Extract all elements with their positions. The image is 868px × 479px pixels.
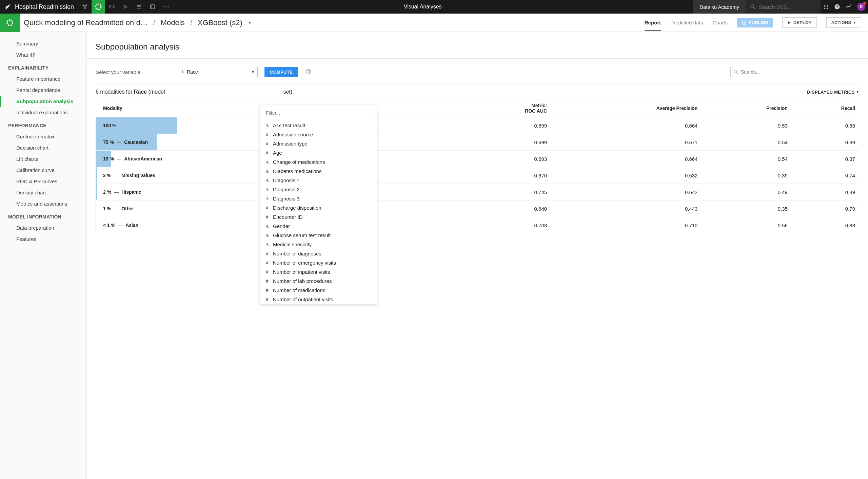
dropdown-option[interactable]: #Number of emergency visits	[260, 258, 377, 267]
sidebar-item-summary[interactable]: Summary	[0, 38, 86, 49]
crumb-1[interactable]: Quick modeling of Readmitted on d…	[24, 18, 148, 27]
dropdown-option[interactable]: AChange of medications	[260, 157, 377, 167]
dropdown-option[interactable]: AA1c test result	[260, 121, 377, 130]
svg-text:?: ?	[836, 5, 838, 9]
sidebar-item-individual-explanations[interactable]: Individual explanations	[0, 107, 86, 118]
activity-icon[interactable]	[846, 4, 852, 10]
crumb-2[interactable]: Models	[161, 18, 185, 27]
chevron-down-icon: ▼	[856, 90, 859, 94]
recipe-icon[interactable]	[92, 0, 105, 14]
sidebar-item-confusion[interactable]: Confusion matrix	[0, 131, 86, 142]
svg-point-2	[84, 8, 85, 9]
results-table: Modality Metric: ROC AUC Average Precisi…	[96, 99, 859, 233]
svg-point-13	[826, 6, 827, 7]
play-icon[interactable]	[119, 0, 132, 14]
academy-link[interactable]: Dataiku Academy	[693, 0, 746, 14]
compute-button[interactable]: COMPUTE	[264, 67, 298, 77]
dropdown-option[interactable]: AMedical specialty	[260, 240, 377, 249]
dropdown-option[interactable]: ADiagnosis 3	[260, 194, 377, 203]
global-search-input[interactable]	[759, 4, 810, 10]
dashboard-icon[interactable]	[146, 0, 159, 14]
deploy-button[interactable]: DEPLOY	[782, 17, 816, 28]
topbar: Hospital Readmission Visual Analyses Dat…	[0, 0, 868, 14]
svg-point-11	[827, 5, 828, 6]
sidebar: Summary What if? EXPLAINABILITY Feature …	[0, 32, 87, 479]
help-icon[interactable]: ?	[834, 4, 840, 10]
sidebar-item-whatif[interactable]: What if?	[0, 49, 86, 60]
svg-point-6	[166, 6, 167, 7]
model-icon[interactable]	[0, 14, 20, 32]
dropdown-option[interactable]: #Discharge disposition	[260, 203, 377, 212]
tab-report[interactable]: Report	[645, 20, 661, 31]
variable-select[interactable]: A Race ▼	[177, 67, 258, 77]
gear-icon[interactable]	[305, 69, 312, 75]
col-avg-precision: Average Precision	[551, 99, 702, 117]
project-name[interactable]: Hospital Readmission	[14, 3, 78, 11]
table-row[interactable]: 2 %—Hispanic 0.7450.6420.490.89	[96, 184, 859, 200]
dropdown-option[interactable]: #Admission source	[260, 130, 377, 139]
breadcrumb: Quick modeling of Readmitted on d… / Mod…	[20, 18, 645, 27]
sidebar-item-feature-importance[interactable]: Feature importance	[0, 73, 86, 84]
dropdown-option[interactable]: #Number of medications	[260, 286, 377, 295]
select-variable-label: Select your variable	[96, 69, 170, 75]
svg-point-14	[827, 6, 828, 7]
flow-icon[interactable]	[78, 0, 92, 14]
controls-row: Select your variable A Race ▼ COMPUTE	[96, 67, 859, 77]
dropdown-option[interactable]: ADiagnosis 2	[260, 185, 377, 194]
tab-predicted[interactable]: Predicted data	[670, 20, 703, 25]
actions-button[interactable]: ACTIONS ▼	[826, 17, 861, 28]
sidebar-item-subpopulation[interactable]: Subpopulation analysis	[0, 96, 86, 107]
modalities-header: 6 modalities for Race (model set). DISPL…	[96, 84, 859, 99]
layers-icon[interactable]	[132, 0, 146, 14]
dropdown-option[interactable]: ADiagnosis 1	[260, 176, 377, 185]
user-avatar[interactable]: D	[857, 3, 865, 11]
sidebar-item-calibration[interactable]: Calibration curve	[0, 165, 86, 176]
svg-point-8	[751, 5, 754, 8]
displayed-metrics-button[interactable]: DISPLAYED METRICS ▼	[807, 90, 859, 95]
publish-button[interactable]: PUBLISH	[737, 18, 773, 27]
crumb-3[interactable]: XGBoost (s2)	[198, 18, 242, 27]
dropdown-option[interactable]: #Number of inpatient visits	[260, 267, 377, 276]
sidebar-item-features[interactable]: Features	[0, 233, 86, 245]
dropdown-option[interactable]: #Number of outpatient visits	[260, 295, 377, 304]
more-icon[interactable]	[159, 0, 173, 14]
deploy-icon	[787, 21, 791, 25]
crumb-caret-icon[interactable]: ▼	[248, 20, 252, 25]
table-row[interactable]: 75 %—Caucasian 0.6990.6710.540.89	[96, 134, 859, 151]
table-row[interactable]: 1 %—Other 0.6400.4430.350.79	[96, 200, 859, 217]
table-row[interactable]: 2 %—Missing values 0.6700.5320.390.74	[96, 167, 859, 184]
sidebar-item-roc[interactable]: ROC & PR curves	[0, 176, 86, 187]
displayed-metrics-label: DISPLAYED METRICS	[807, 90, 854, 95]
table-search[interactable]	[730, 67, 859, 77]
content-area: Subpopulation analysis Select your varia…	[87, 32, 868, 479]
table-row[interactable]: < 1 %—Asian 0.7030.7100.560.83	[96, 217, 859, 234]
sidebar-item-dataprep[interactable]: Data preparation	[0, 222, 86, 233]
code-icon[interactable]	[105, 0, 119, 14]
sidebar-item-decision[interactable]: Decision chart	[0, 142, 86, 153]
dropdown-option[interactable]: ADiabetes medications	[260, 167, 377, 176]
modalities-end: set).	[283, 89, 294, 95]
dropdown-option[interactable]: #Number of lab procedures	[260, 276, 377, 286]
dropdown-option[interactable]: #Age	[260, 148, 377, 157]
logo-bird-icon[interactable]	[0, 0, 14, 14]
dropdown-option[interactable]: #Admission type	[260, 139, 377, 148]
dropdown-option[interactable]: AGlucose serum test result	[260, 231, 377, 240]
sidebar-item-metrics[interactable]: Metrics and assertions	[0, 198, 86, 209]
sidebar-section-model-info: MODEL INFORMATION	[0, 209, 86, 222]
dropdown-filter-input[interactable]	[263, 108, 374, 118]
global-search[interactable]	[746, 0, 821, 14]
svg-point-10	[826, 5, 827, 6]
tab-charts[interactable]: Charts	[713, 20, 728, 25]
sidebar-item-lift[interactable]: Lift charts	[0, 153, 86, 165]
table-row[interactable]: 19 %—AfricanAmerican 0.6930.6640.540.87	[96, 151, 859, 167]
dropdown-option[interactable]: #Number of diagnoses	[260, 249, 377, 258]
table-search-input[interactable]	[741, 69, 856, 75]
svg-point-12	[824, 6, 825, 7]
svg-point-15	[824, 8, 825, 9]
table-row[interactable]: 100 % 0.6990.6640.530.88	[96, 117, 859, 134]
apps-icon[interactable]	[823, 4, 829, 9]
dropdown-option[interactable]: AGender	[260, 222, 377, 231]
sidebar-item-partial-dependence[interactable]: Partial dependence	[0, 84, 86, 96]
dropdown-option[interactable]: #Encounter ID	[260, 212, 377, 222]
sidebar-item-density[interactable]: Density chart	[0, 187, 86, 198]
